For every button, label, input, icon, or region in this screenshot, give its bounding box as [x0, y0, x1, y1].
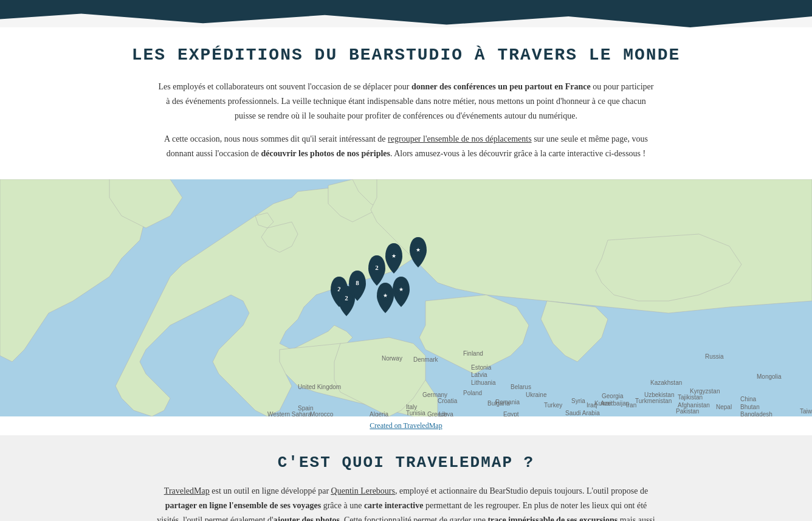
- intro-p2-bold: découvrir les photos de nos périples: [261, 149, 390, 158]
- svg-text:★: ★: [416, 247, 421, 253]
- bottom-text-2: , employé et actionnaire du BearStudio d…: [395, 486, 648, 495]
- svg-text:Latvia: Latvia: [471, 371, 487, 378]
- svg-text:Nepal: Nepal: [716, 404, 732, 410]
- bottom-bold-3: ajouter des photos: [274, 516, 340, 521]
- svg-text:Egypt: Egypt: [503, 411, 519, 416]
- intro-p1-bold: donner des conférences un peu partout en…: [411, 82, 591, 91]
- svg-text:Belarus: Belarus: [511, 384, 531, 390]
- page-title: LES EXPÉDITIONS DU BEARSTUDIO À TRAVERS …: [12, 46, 800, 64]
- svg-text:Tunisia: Tunisia: [406, 410, 425, 416]
- svg-text:Bangladesh: Bangladesh: [740, 411, 772, 416]
- svg-text:Norway: Norway: [382, 355, 402, 362]
- bottom-section-title: C'EST QUOI TRAVELEDMAP ?: [12, 454, 800, 472]
- svg-text:Western Sahara: Western Sahara: [267, 411, 312, 416]
- svg-text:Georgia: Georgia: [602, 393, 624, 399]
- intro-p2-after: . Alors amusez-vous à les découvrir grâc…: [390, 149, 645, 158]
- bottom-bold-4: trace impérissable de ses excursions: [487, 516, 618, 521]
- svg-text:United Kingdom: United Kingdom: [298, 384, 341, 390]
- svg-text:Syria: Syria: [571, 398, 585, 404]
- svg-text:★: ★: [383, 292, 388, 298]
- svg-text:8: 8: [356, 279, 359, 286]
- svg-text:★: ★: [399, 286, 404, 292]
- traveledmap-link[interactable]: TraveledMap: [164, 486, 210, 495]
- map-section: Norway Finland Russia United Kingdom Den…: [0, 179, 812, 416]
- svg-text:Iran: Iran: [626, 402, 636, 409]
- svg-text:Saudi Arabia: Saudi Arabia: [565, 410, 600, 416]
- intro-paragraph-2: A cette occasion, nous nous sommes dit q…: [157, 132, 655, 161]
- traveledmap-credit-link[interactable]: Created on TraveledMap: [370, 421, 442, 430]
- svg-text:Taiwan: Taiwan: [800, 408, 812, 415]
- svg-text:Finland: Finland: [463, 350, 483, 357]
- intro-paragraph-1: Les employés et collaborateurs ont souve…: [157, 80, 655, 123]
- bottom-text-3: grâce à une: [321, 501, 364, 510]
- intro-p1-before: Les employés et collaborateurs ont souve…: [158, 82, 411, 91]
- top-banner: [0, 0, 812, 27]
- svg-text:Algeria: Algeria: [370, 411, 389, 416]
- svg-text:Lithuania: Lithuania: [471, 379, 496, 386]
- svg-text:Bulgaria: Bulgaria: [487, 400, 510, 407]
- bottom-bold-2: carte interactive: [364, 501, 424, 510]
- svg-text:China: China: [740, 396, 757, 402]
- svg-text:Denmark: Denmark: [413, 356, 439, 363]
- world-map-svg: Norway Finland Russia United Kingdom Den…: [0, 179, 812, 416]
- svg-text:Russia: Russia: [705, 353, 724, 360]
- bottom-text-5: . Cette fonctionnalité permet de garder …: [340, 516, 487, 521]
- quentin-link[interactable]: Quentin Lerebours: [331, 486, 395, 495]
- intro-p2-link: regrouper l'ensemble de nos déplacements: [388, 134, 532, 143]
- map-container[interactable]: Norway Finland Russia United Kingdom Den…: [0, 179, 812, 416]
- svg-text:Ukraine: Ukraine: [526, 392, 547, 398]
- svg-text:Morocco: Morocco: [310, 411, 334, 416]
- bottom-text-1: est un outil en ligne développé par: [210, 486, 331, 495]
- svg-text:Turkey: Turkey: [544, 402, 562, 409]
- intro-p2-before: A cette occasion, nous nous sommes dit q…: [164, 134, 388, 143]
- svg-text:2: 2: [345, 294, 348, 302]
- svg-text:Tajikistan: Tajikistan: [678, 394, 703, 401]
- svg-text:Estonia: Estonia: [471, 364, 492, 371]
- svg-text:Bhutan: Bhutan: [740, 404, 760, 410]
- svg-text:Kuwait: Kuwait: [594, 400, 613, 407]
- svg-text:2: 2: [375, 264, 379, 271]
- svg-text:Pakistan: Pakistan: [676, 408, 699, 415]
- svg-text:Croatia: Croatia: [438, 398, 458, 404]
- main-content: LES EXPÉDITIONS DU BEARSTUDIO À TRAVERS …: [0, 27, 812, 179]
- svg-text:Turkmenistan: Turkmenistan: [635, 398, 672, 404]
- bottom-paragraph: TraveledMap est un outil en ligne dévelo…: [157, 484, 655, 521]
- svg-text:★: ★: [391, 253, 396, 259]
- svg-text:Kazakhstan: Kazakhstan: [650, 379, 682, 386]
- svg-text:Libya: Libya: [439, 411, 453, 416]
- map-credit: Created on TraveledMap: [0, 416, 812, 435]
- bottom-bold-1: partager en ligne l'ensemble de ses voya…: [165, 501, 321, 510]
- bottom-section: C'EST QUOI TRAVELEDMAP ? TraveledMap est…: [0, 435, 812, 521]
- svg-text:Mongolia: Mongolia: [757, 373, 782, 380]
- svg-text:Poland: Poland: [463, 390, 482, 396]
